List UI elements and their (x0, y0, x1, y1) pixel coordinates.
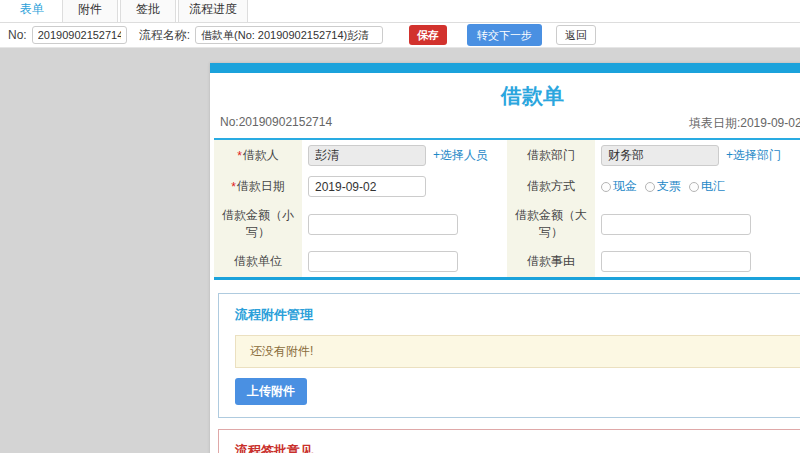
loan-method-radio-group: 现金 支票 电汇 (601, 178, 725, 195)
borrower-label: * 借款人 (214, 140, 302, 171)
flow-name-input[interactable] (195, 26, 383, 44)
tab-attachment[interactable]: 附件 (62, 0, 118, 22)
radio-cheque[interactable]: 支票 (645, 178, 681, 195)
attachment-section: 流程附件管理 还没有附件! 上传附件 (218, 293, 800, 418)
form-no-text: No:20190902152714 (220, 115, 332, 132)
amount-lower-label: 借款金额（小写） (214, 202, 302, 246)
radio-cash[interactable]: 现金 (601, 178, 637, 195)
approval-section: 流程签批意见 B I abc (218, 429, 800, 453)
required-mark: * (231, 180, 236, 194)
tab-progress[interactable]: 流程进度 (178, 0, 248, 22)
loan-reason-input[interactable] (601, 251, 751, 272)
command-bar: No: 流程名称: 保存 转交下一步 返回 (0, 23, 800, 48)
select-person-link[interactable]: +选择人员 (433, 147, 488, 164)
radio-icon[interactable] (689, 182, 699, 192)
save-button[interactable]: 保存 (409, 25, 447, 45)
tab-approval[interactable]: 签批 (120, 0, 176, 22)
no-input[interactable] (32, 26, 127, 44)
required-mark: * (237, 149, 242, 163)
tab-bar: 表单 附件 签批 流程进度 (0, 0, 800, 23)
radio-icon[interactable] (645, 182, 655, 192)
select-dept-link[interactable]: +选择部门 (726, 147, 781, 164)
attachment-section-title: 流程附件管理 (235, 306, 800, 324)
page-title: 借款单 (210, 83, 800, 109)
upload-attachment-button[interactable]: 上传附件 (235, 378, 307, 405)
no-label: No: (8, 28, 27, 42)
amount-upper-input[interactable] (601, 214, 751, 235)
loan-form-table: * 借款人 +选择人员 借款部门 +选择部门 * 借款日期 (214, 138, 800, 280)
loan-unit-label: 借款单位 (214, 246, 302, 277)
radio-icon[interactable] (601, 182, 611, 192)
amount-lower-input[interactable] (308, 214, 458, 235)
back-button[interactable]: 返回 (556, 25, 596, 45)
next-step-button[interactable]: 转交下一步 (467, 24, 542, 46)
loan-date-label: * 借款日期 (214, 171, 302, 202)
workspace: 借款单 No:20190902152714 填表日期:2019-09-02 15… (0, 48, 800, 453)
borrower-input[interactable] (308, 145, 426, 166)
dept-label: 借款部门 (507, 140, 595, 171)
form-date-text: 填表日期:2019-09-02 15:27:1 (689, 115, 800, 132)
loan-unit-input[interactable] (308, 251, 458, 272)
radio-wire[interactable]: 电汇 (689, 178, 725, 195)
dept-input[interactable] (601, 145, 719, 166)
approval-section-title: 流程签批意见 (235, 442, 800, 453)
no-attachment-alert: 还没有附件! (235, 335, 800, 368)
loan-date-input[interactable] (308, 176, 426, 197)
flow-name-label: 流程名称: (139, 27, 190, 44)
loan-method-label: 借款方式 (507, 171, 595, 202)
panel-top-accent-bar (210, 63, 800, 73)
tab-form[interactable]: 表单 (4, 0, 60, 22)
amount-upper-label: 借款金额（大写） (507, 202, 595, 246)
loan-form-panel: 借款单 No:20190902152714 填表日期:2019-09-02 15… (210, 63, 800, 453)
loan-reason-label: 借款事由 (507, 246, 595, 277)
